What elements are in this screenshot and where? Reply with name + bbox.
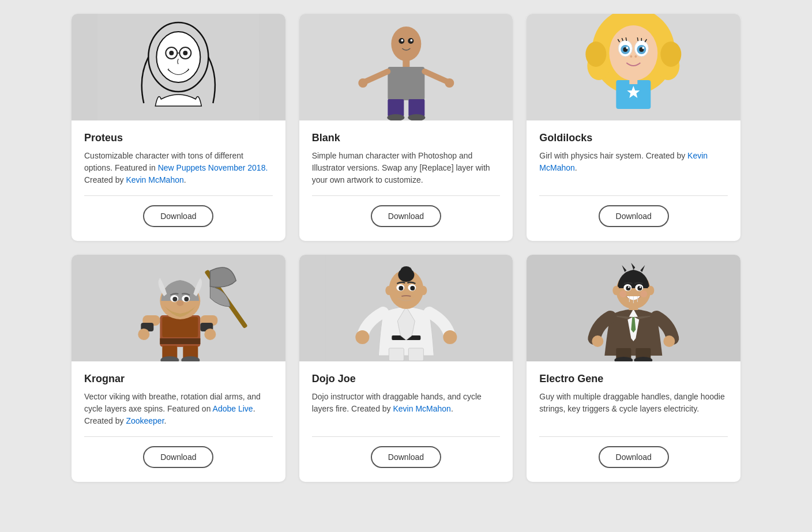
- btn-wrap-electro-gene: Download: [539, 446, 728, 468]
- download-button-dojo-joe[interactable]: Download: [371, 446, 441, 468]
- svg-point-18: [358, 78, 367, 88]
- card-title-dojo-joe: Dojo Joe: [312, 373, 501, 385]
- dojo-joe-author-link[interactable]: Kevin McMahon: [393, 404, 451, 413]
- svg-rect-14: [403, 60, 409, 68]
- divider-dojo-joe: [312, 436, 501, 437]
- svg-rect-75: [389, 348, 404, 361]
- divider-proteus: [84, 195, 273, 196]
- svg-point-83: [410, 286, 415, 290]
- svg-point-87: [592, 335, 604, 347]
- svg-point-84: [385, 286, 392, 295]
- svg-rect-20: [388, 99, 404, 116]
- download-button-krognar[interactable]: Download: [143, 446, 213, 468]
- card-title-blank: Blank: [312, 132, 501, 144]
- divider-blank: [312, 195, 501, 196]
- svg-point-104: [613, 286, 620, 295]
- download-button-goldilocks[interactable]: Download: [599, 205, 669, 227]
- card-body-dojo-joe: Dojo Joe Dojo instructor with draggable …: [299, 361, 513, 482]
- svg-rect-15: [388, 67, 424, 100]
- svg-point-13: [410, 39, 412, 41]
- card-image-proteus: [72, 14, 285, 120]
- card-goldilocks: Goldilocks Girl with physics hair system…: [527, 14, 740, 241]
- card-body-goldilocks: Goldilocks Girl with physics hair system…: [527, 120, 740, 241]
- card-proteus: Proteus Customizable character with tons…: [72, 14, 285, 241]
- card-image-krognar: [72, 255, 285, 361]
- proteus-link[interactable]: New Puppets November 2018.: [158, 163, 268, 172]
- card-image-goldilocks: [527, 14, 740, 120]
- divider-goldilocks: [539, 195, 728, 196]
- svg-point-70: [176, 300, 183, 306]
- download-button-proteus[interactable]: Download: [143, 205, 213, 227]
- svg-point-46: [635, 55, 637, 58]
- svg-line-41: [626, 37, 627, 41]
- svg-point-29: [661, 41, 682, 67]
- card-title-krognar: Krognar: [84, 373, 273, 385]
- card-desc-proteus: Customizable character with tons of diff…: [84, 150, 273, 186]
- card-desc-dojo-joe: Dojo instructor with draggable hands, an…: [312, 391, 501, 427]
- svg-point-69: [184, 297, 189, 301]
- card-body-blank: Blank Simple human character with Photos…: [299, 120, 513, 241]
- download-button-electro-gene[interactable]: Download: [599, 446, 669, 468]
- svg-point-59: [138, 329, 149, 340]
- svg-point-73: [355, 330, 369, 344]
- card-body-krognar: Krognar Vector viking with breathe, rota…: [72, 361, 285, 482]
- svg-rect-54: [160, 338, 200, 344]
- svg-point-68: [172, 297, 177, 301]
- svg-point-106: [620, 290, 627, 297]
- card-desc-goldilocks: Girl with physics hair system. Created b…: [539, 150, 728, 186]
- btn-wrap-dojo-joe: Download: [312, 446, 501, 468]
- card-image-electro-gene: [527, 255, 740, 361]
- svg-point-38: [642, 47, 645, 49]
- goldilocks-author-link[interactable]: Kevin McMahon: [539, 151, 708, 172]
- divider-krognar: [84, 436, 273, 437]
- svg-rect-21: [408, 99, 424, 116]
- svg-point-82: [399, 286, 403, 290]
- card-image-dojo-joe: [299, 255, 513, 361]
- card-blank: Blank Simple human character with Photos…: [299, 14, 513, 241]
- btn-wrap-proteus: Download: [84, 205, 273, 227]
- svg-point-6: [183, 51, 187, 55]
- svg-point-88: [664, 335, 675, 347]
- card-image-blank: [299, 14, 513, 120]
- svg-point-19: [445, 78, 454, 88]
- btn-wrap-krognar: Download: [84, 446, 273, 468]
- svg-rect-76: [408, 348, 423, 361]
- svg-rect-53: [162, 317, 198, 337]
- krognar-link[interactable]: Adobe Live: [213, 404, 253, 413]
- svg-point-45: [630, 55, 633, 58]
- card-desc-electro-gene: Guy with multiple draggable handles, dan…: [539, 391, 728, 427]
- svg-point-30: [610, 25, 658, 81]
- card-body-electro-gene: Electro Gene Guy with multiple draggable…: [527, 361, 740, 482]
- svg-point-5: [169, 51, 174, 55]
- card-title-electro-gene: Electro Gene: [539, 373, 728, 385]
- card-dojo-joe: Dojo Joe Dojo instructor with draggable …: [299, 255, 513, 482]
- divider-electro-gene: [539, 436, 728, 437]
- card-desc-blank: Simple human character with Photoshop an…: [312, 150, 501, 186]
- svg-point-85: [420, 286, 427, 295]
- btn-wrap-goldilocks: Download: [539, 205, 728, 227]
- svg-point-28: [586, 41, 607, 67]
- card-desc-krognar: Vector viking with breathe, rotation dia…: [84, 391, 273, 427]
- download-button-blank[interactable]: Download: [371, 205, 441, 227]
- svg-point-60: [204, 329, 216, 340]
- svg-rect-49: [630, 78, 638, 84]
- svg-line-42: [638, 37, 638, 41]
- svg-point-9: [391, 27, 421, 61]
- svg-point-100: [640, 286, 641, 288]
- btn-wrap-blank: Download: [312, 205, 501, 227]
- svg-point-37: [626, 47, 629, 49]
- proteus-author-link[interactable]: Kevin McMahon: [126, 175, 183, 184]
- card-title-goldilocks: Goldilocks: [539, 132, 728, 144]
- svg-point-107: [641, 290, 648, 297]
- svg-point-105: [648, 286, 655, 295]
- card-title-proteus: Proteus: [84, 132, 273, 144]
- svg-point-79: [398, 268, 414, 282]
- svg-point-12: [401, 39, 403, 41]
- puppet-grid: Proteus Customizable character with tons…: [72, 14, 740, 482]
- svg-point-99: [628, 286, 630, 288]
- svg-point-74: [443, 330, 457, 344]
- card-krognar: Krognar Vector viking with breathe, rota…: [72, 255, 285, 482]
- krognar-author-link[interactable]: Zookeeper: [126, 416, 164, 425]
- card-electro-gene: Electro Gene Guy with multiple draggable…: [527, 255, 740, 482]
- card-body-proteus: Proteus Customizable character with tons…: [72, 120, 285, 241]
